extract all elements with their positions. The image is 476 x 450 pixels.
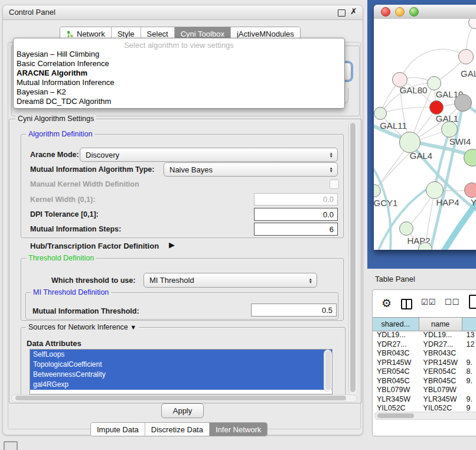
float-window-icon[interactable] [338, 9, 345, 17]
network-node[interactable] [468, 19, 476, 29]
table-row[interactable]: YLR345WYLR345W9. [373, 395, 476, 405]
table-cell: YBR045C [419, 377, 462, 386]
table-cell: 9 [462, 404, 476, 410]
attribute-item-topologicalcoefficient[interactable]: TopologicalCoefficient [30, 360, 332, 370]
network-node[interactable] [441, 121, 458, 138]
apply-button[interactable]: Apply [161, 403, 204, 418]
close-traffic-light[interactable] [381, 7, 390, 17]
collapse-arrow-icon[interactable]: ▶ [169, 240, 175, 249]
table-cell [462, 349, 476, 358]
attr-list-scrollbar[interactable] [324, 350, 332, 392]
mi-threshold-field[interactable]: 0.5 [251, 304, 337, 317]
mi-steps-field[interactable]: 6 [254, 223, 338, 236]
network-node-swi4[interactable] [464, 149, 476, 167]
table-row[interactable]: YBR043CYBR043C [373, 349, 476, 358]
node-label-gcy1: GCY1 [374, 198, 397, 208]
node-label-gal: GAL [461, 69, 476, 79]
algorithm-dropdown: Select algorithm to view settingsBayesia… [13, 38, 345, 109]
attribute-item-betweennesscentrality[interactable]: BetweennessCentrality [30, 370, 332, 380]
node-label-swi4: SWI4 [449, 136, 471, 146]
close-icon[interactable]: ✗ [350, 6, 357, 16]
gear-icon[interactable]: ⚙ [382, 296, 392, 310]
mi-steps-label: Mutual Information Steps: [30, 225, 121, 233]
table-cell: YER054C [419, 367, 462, 377]
expand-arrow-icon[interactable]: ▼ [130, 324, 136, 331]
mi-threshold-definition-title: MI Threshold Definition [31, 288, 111, 296]
table-cell: YDL19... [373, 331, 419, 340]
tab-label: Network [77, 30, 105, 38]
tab-label: Cyni Toolbox [181, 30, 224, 38]
table-cell: YLR345W [419, 395, 462, 405]
network-node-hap2[interactable] [399, 221, 413, 236]
column-header-name[interactable]: name [419, 318, 462, 331]
network-window: GALGAL80GAL10GAL1GAL11SWI4GAL4GCY1HAP4YH… [374, 5, 476, 250]
tab-impute-data[interactable]: Impute Data [91, 423, 145, 436]
network-node-y[interactable] [464, 182, 476, 198]
network-canvas[interactable]: GALGAL80GAL10GAL1GAL11SWI4GAL4GCY1HAP4YH… [374, 19, 476, 250]
data-attributes-label: Data Attributes [27, 339, 81, 348]
dpi-tolerance-field[interactable]: 0.0 [254, 208, 338, 221]
kernel-width-field[interactable]: 0.0 [254, 193, 338, 206]
table-row[interactable]: YPR145WYPR145W9. [373, 358, 476, 368]
table-cell: YBR043C [373, 349, 419, 358]
control-panel-titlebar[interactable]: Control Panel ✗ [3, 5, 363, 20]
attribute-item-selfloops[interactable]: SelfLoops [30, 350, 332, 360]
dropdown-item-basic-correlation-inference[interactable]: Basic Correlation Inference [17, 59, 335, 69]
table-cell: YBL079W [419, 386, 462, 395]
which-threshold-value: MI Threshold [149, 276, 194, 285]
control-panel-title: Control Panel [9, 8, 56, 17]
aracne-mode-value: Discovery [86, 151, 119, 159]
table-row[interactable]: YIL052CYIL052C9 [373, 404, 476, 410]
mi-type-combo[interactable]: Naive Bayes ▲▼ [164, 162, 338, 177]
zoom-traffic-light[interactable] [409, 7, 419, 17]
table-row[interactable]: YER054CYER054C8. [373, 367, 476, 377]
network-node-hap4[interactable] [426, 181, 444, 199]
data-attributes-list[interactable]: SelfLoopsTopologicalCoefficientBetweenne… [30, 349, 332, 394]
tab-infer-network[interactable]: Infer Network [210, 423, 267, 436]
dropdown-item-dream8-dc-tdc-algorithm[interactable]: Dream8 DC_TDC Algorithm [17, 97, 335, 106]
network-node-gcy1[interactable] [374, 184, 381, 197]
algorithm-dropdown-placeholder: Select algorithm to view settings [14, 41, 344, 50]
deselect-all-checkboxes-icon[interactable]: ☐☐ [445, 298, 459, 306]
column-header-partial[interactable] [462, 318, 476, 331]
table-cell: YIL052C [419, 404, 462, 410]
dropdown-item-bayesian-hill-climbing[interactable]: Bayesian – Hill Climbing [17, 50, 335, 59]
attribute-item-gal4rgexp[interactable]: gal4RGexp [30, 380, 332, 390]
collapsed-panel-button[interactable] [4, 441, 18, 450]
tab-label: Impute Data [97, 425, 139, 434]
table-cell: 13 [462, 331, 476, 340]
select-all-checkboxes-icon[interactable]: ☑☑ [421, 298, 436, 306]
network-node-gal10[interactable] [427, 76, 441, 90]
table-horizontal-scrollbar[interactable] [374, 412, 476, 420]
combo-arrows-icon: ▲▼ [330, 152, 333, 158]
table-row[interactable]: YBR045CYBR045C9. [373, 377, 476, 386]
split-columns-icon[interactable] [401, 299, 412, 309]
node-label-y: Y [471, 197, 476, 207]
document-icon[interactable] [469, 295, 476, 309]
network-node[interactable] [454, 94, 472, 112]
network-window-titlebar[interactable] [374, 5, 476, 19]
table-cell: 9. [462, 358, 476, 368]
settings-vertical-scrollbar[interactable] [348, 122, 357, 394]
network-node-gal[interactable] [458, 49, 474, 64]
network-node-gal11[interactable] [374, 107, 387, 120]
settings-horizontal-scrollbar[interactable] [11, 394, 357, 402]
tab-discretize-data[interactable]: Discretize Data [145, 423, 210, 436]
network-node-gal1[interactable] [429, 100, 444, 115]
hub-definition-label[interactable]: Hub/Transcription Factor Definition [30, 242, 159, 250]
column-header-shared-name[interactable]: shared... [373, 318, 419, 331]
table-row[interactable]: YDR27...YDR27...12 [373, 340, 476, 350]
manual-kernel-checkbox[interactable] [330, 180, 339, 189]
aracne-mode-combo[interactable]: Discovery ▲▼ [80, 148, 338, 162]
table-cell: 9. [462, 377, 476, 386]
minimize-traffic-light[interactable] [395, 7, 405, 17]
dropdown-item-aracne-algorithm[interactable]: ARACNE Algorithm [17, 69, 335, 78]
control-panel-window: Control Panel ✗ NetworkStyleSelectCyni T… [2, 5, 363, 435]
node-label-hap4: HAP4 [436, 197, 459, 207]
which-threshold-combo[interactable]: MI Threshold ▲▼ [144, 273, 317, 288]
node-label-gal4: GAL4 [410, 151, 432, 161]
table-row[interactable]: YBL079WYBL079W [373, 386, 476, 395]
dropdown-item-bayesian-k2[interactable]: Bayesian – K2 [17, 87, 335, 97]
table-row[interactable]: YDL19...YDL19...13 [373, 331, 476, 340]
dropdown-item-mutual-information-inference[interactable]: Mutual Information Inference [17, 78, 335, 87]
